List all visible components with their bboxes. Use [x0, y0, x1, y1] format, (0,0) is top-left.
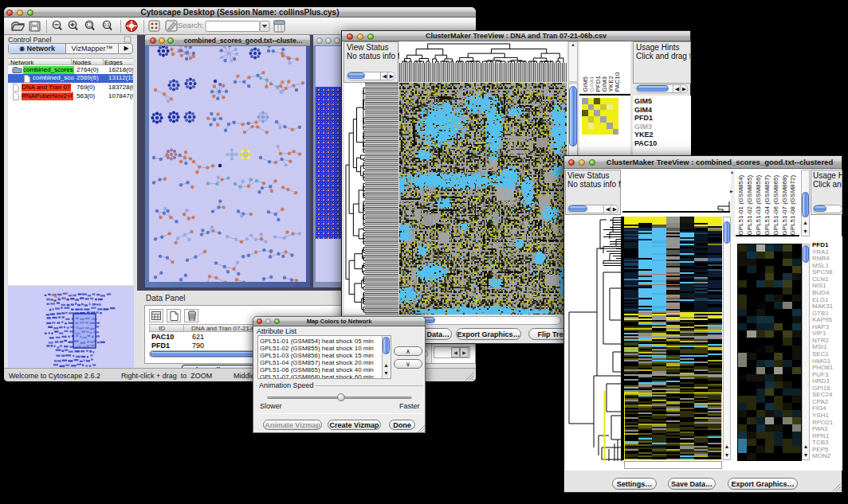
svg-text:1:1: 1:1: [104, 22, 110, 27]
svg-text:Search:: Search:: [178, 21, 204, 29]
